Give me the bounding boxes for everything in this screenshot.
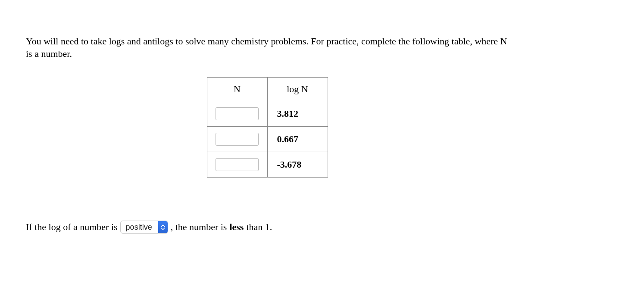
sentence-part-1: If the log of a number is bbox=[26, 221, 118, 233]
sign-select[interactable]: positive bbox=[120, 221, 168, 234]
chevron-down-icon bbox=[161, 228, 165, 230]
n-cell bbox=[207, 127, 267, 152]
table-row: 0.667 bbox=[207, 127, 328, 152]
intro-text: You will need to take logs and antilogs … bbox=[26, 35, 509, 60]
table-row: 3.812 bbox=[207, 101, 328, 127]
n-input-1[interactable] bbox=[216, 107, 259, 120]
table-row: -3.678 bbox=[207, 152, 328, 178]
logn-cell: 3.812 bbox=[267, 101, 328, 127]
stepper-icon bbox=[158, 221, 168, 233]
fill-sentence: If the log of a number is positive , the… bbox=[26, 221, 618, 234]
n-cell bbox=[207, 152, 267, 178]
sentence-part-3: than 1. bbox=[246, 221, 272, 233]
sign-select-value: positive bbox=[121, 221, 158, 233]
sentence-part-2: , the number is bbox=[171, 221, 227, 233]
n-input-2[interactable] bbox=[216, 133, 259, 146]
table-container: N log N 3.812 0.667 -3.678 bbox=[26, 77, 509, 178]
logn-cell: 0.667 bbox=[267, 127, 328, 152]
logn-cell: -3.678 bbox=[267, 152, 328, 178]
n-input-3[interactable] bbox=[216, 158, 259, 171]
n-cell bbox=[207, 101, 267, 127]
chevron-up-icon bbox=[161, 225, 165, 227]
header-n: N bbox=[207, 78, 267, 101]
table-header-row: N log N bbox=[207, 78, 328, 101]
header-logn: log N bbox=[267, 78, 328, 101]
sentence-bold-word: less bbox=[229, 221, 244, 233]
log-table: N log N 3.812 0.667 -3.678 bbox=[207, 77, 328, 178]
